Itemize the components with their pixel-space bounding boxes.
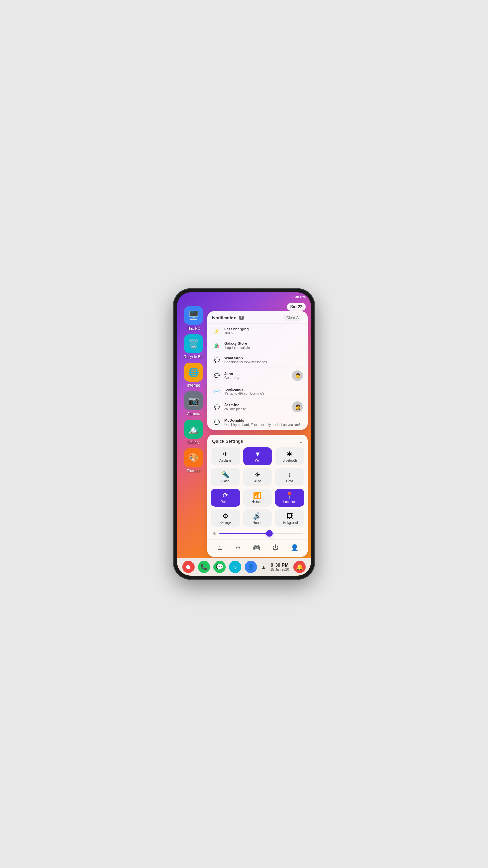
notif-icon-galaxy-store: 🛍️: [212, 341, 221, 350]
qs-action-1[interactable]: ⚙: [234, 542, 242, 553]
qs-button-location[interactable]: 📍 Location: [275, 489, 304, 507]
taskbar-app-messages[interactable]: 💬: [214, 561, 226, 573]
notif-item-charging[interactable]: ⚡ Fast charging 100%: [207, 324, 308, 338]
icon-circle-thic-pc: 🖥️: [184, 306, 203, 325]
qs-button-rotate[interactable]: ⟳ Rotate: [211, 489, 240, 507]
icon-circle-themee: 🎨: [184, 448, 203, 467]
notif-avatar-john: 👨: [292, 370, 303, 381]
qs-action-4[interactable]: 👤: [289, 542, 300, 553]
qs-button-background[interactable]: 🖼 Backgrond: [275, 509, 304, 527]
icon-emoji-thic-pc: 🖥️: [188, 310, 199, 321]
notif-app-name-whatsapp: WhatsApp: [224, 356, 303, 360]
notif-icon-whatsapp: 💬: [212, 356, 221, 364]
qs-label-hotspot: Hotspot: [252, 500, 263, 504]
notif-item-whatsapp[interactable]: 💬 WhatsApp Checking for new messages: [207, 353, 308, 368]
notif-item-jasmine[interactable]: 💬 Jasmine call me please 👩: [207, 399, 308, 415]
qs-icon-location: 📍: [285, 492, 294, 499]
qs-label-airplane: Airplane: [219, 459, 232, 462]
quick-settings-panel: Quick Settings ⌄ ✈ Airplane ▼ Wifi ✱ Blu…: [207, 435, 308, 557]
notif-app-name-mcdonalds: McDonalds: [224, 418, 303, 422]
quick-settings-collapse[interactable]: ⌄: [299, 438, 303, 445]
qs-button-bluetooth[interactable]: ✱ Bluetooth: [275, 447, 304, 465]
qs-button-airplane[interactable]: ✈ Airplane: [211, 447, 240, 465]
notif-icon-charging: ⚡: [212, 327, 221, 335]
quick-settings-actions: 🗂⚙🎮⏻👤: [207, 539, 308, 554]
qs-action-0[interactable]: 🗂: [216, 543, 224, 553]
quick-settings-header: Quick Settings ⌄: [207, 435, 308, 447]
qs-label-sound: Sound: [253, 521, 263, 525]
notification-panel: Notification 7 Clear All ⚡ Fast charging…: [207, 311, 308, 430]
desktop-icon-gallery[interactable]: 🏔️ Gallery: [184, 420, 203, 444]
taskbar-chevron[interactable]: ▲: [261, 564, 266, 570]
qs-label-background: Backgrond: [282, 521, 298, 525]
taskbar-app-circle-app[interactable]: ○: [229, 561, 241, 573]
qs-label-wifi: Wifi: [255, 459, 261, 462]
notif-item-mcdonalds[interactable]: 💬 McDonalds Don't try so hard, You're si…: [207, 415, 308, 430]
phone-screen: 9:30 PM Sat 22 🖥️ Thic PC 🗑️ Recycle Bin…: [177, 292, 311, 576]
qs-label-auto: Auto: [254, 479, 261, 483]
notif-app-name-jasmine: Jasmine: [224, 403, 289, 407]
qs-button-flash[interactable]: 🔦 Flash: [211, 468, 240, 486]
qs-label-location: Location: [283, 500, 296, 504]
icon-emoji-themee: 🎨: [188, 453, 199, 463]
quick-settings-title: Quick Settings: [212, 439, 243, 444]
notif-message-whatsapp: Checking for new messages: [224, 360, 303, 364]
quick-settings-grid: ✈ Airplane ▼ Wifi ✱ Bluetooth 🔦 Flash ☀ …: [207, 447, 308, 527]
taskbar-date: 15 Jan 2020: [270, 568, 289, 571]
qs-button-wifi[interactable]: ▼ Wifi: [243, 447, 272, 465]
qs-button-sound[interactable]: 🔊 Sound: [243, 509, 272, 527]
qs-button-auto[interactable]: ☀ Auto: [243, 468, 272, 486]
notif-message-john: Good day: [224, 376, 289, 380]
qs-button-hotspot[interactable]: 📶 Hotspot: [243, 489, 272, 507]
clear-all-button[interactable]: Clear All: [284, 315, 303, 321]
notif-icon-john: 💬: [212, 371, 221, 380]
brightness-track[interactable]: [219, 533, 303, 534]
brightness-icon: ☀: [212, 531, 217, 536]
qs-action-3[interactable]: ⏻: [271, 543, 280, 553]
qs-action-2[interactable]: 🎮: [251, 542, 262, 553]
desktop-icon-themee[interactable]: 🎨 Themee: [184, 448, 203, 473]
notif-item-foodpanda[interactable]: ✉️ foodpanda It's up to 49% off Domino's…: [207, 384, 308, 399]
notif-content-galaxy-store: Galaxy Store 1 update availale: [224, 341, 303, 350]
desktop-icon-thic-pc[interactable]: 🖥️ Thic PC: [184, 306, 203, 330]
desktop-icon-internet[interactable]: 🌐 Internet: [184, 363, 203, 387]
icon-circle-recycle-bin: 🗑️: [184, 334, 203, 353]
qs-icon-settings: ⚙: [222, 513, 228, 519]
icon-emoji-recycle-bin: 🗑️: [188, 339, 199, 349]
notif-app-name-galaxy-store: Galaxy Store: [224, 341, 303, 346]
taskbar-notification-bell[interactable]: 🔔: [293, 561, 306, 573]
taskbar-app-phone[interactable]: 📞: [198, 561, 210, 573]
notif-avatar-jasmine: 👩: [292, 401, 303, 412]
qs-icon-data: ↕: [288, 471, 291, 478]
notif-message-charging: 100%: [224, 331, 303, 335]
qs-label-data: Data: [286, 479, 293, 483]
qs-icon-background: 🖼: [286, 513, 293, 519]
qs-icon-rotate: ⟳: [223, 492, 228, 499]
notif-icon-mcdonalds: 💬: [212, 418, 221, 427]
brightness-thumb[interactable]: [266, 530, 273, 537]
qs-button-settings[interactable]: ⚙ Settings: [211, 509, 240, 527]
notif-app-name-charging: Fast charging: [224, 327, 303, 331]
taskbar-app-contacts[interactable]: 👤: [245, 561, 257, 573]
qs-button-data[interactable]: ↕ Data: [275, 468, 304, 486]
icon-label-thic-pc: Thic PC: [187, 326, 200, 330]
notif-content-john: John Good day: [224, 372, 289, 380]
icon-label-internet: Internet: [187, 383, 200, 387]
notif-app-name-foodpanda: foodpanda: [224, 387, 303, 391]
notif-icon-jasmine: 💬: [212, 402, 221, 411]
qs-icon-wifi: ▼: [254, 451, 261, 457]
taskbar-app-record[interactable]: ⏺: [182, 561, 195, 573]
icon-emoji-gallery: 🏔️: [188, 424, 199, 435]
status-bar: 9:30 PM: [177, 292, 311, 302]
notif-message-jasmine: call me please: [224, 407, 289, 411]
desktop-icon-camera[interactable]: 📷 Camera: [184, 391, 203, 416]
phone-device: 9:30 PM Sat 22 🖥️ Thic PC 🗑️ Recycle Bin…: [173, 288, 315, 580]
notif-item-galaxy-store[interactable]: 🛍️ Galaxy Store 1 update availale: [207, 338, 308, 353]
qs-icon-bluetooth: ✱: [287, 451, 292, 457]
desktop-icon-recycle-bin[interactable]: 🗑️ Recycle Bin: [184, 334, 203, 359]
notif-item-john[interactable]: 💬 John Good day 👨: [207, 368, 308, 384]
icon-circle-camera: 📷: [184, 391, 203, 410]
notif-icon-foodpanda: ✉️: [212, 387, 221, 396]
brightness-fill: [219, 533, 269, 534]
notif-message-mcdonalds: Don't try so hard, You're simply perfect…: [224, 423, 303, 427]
